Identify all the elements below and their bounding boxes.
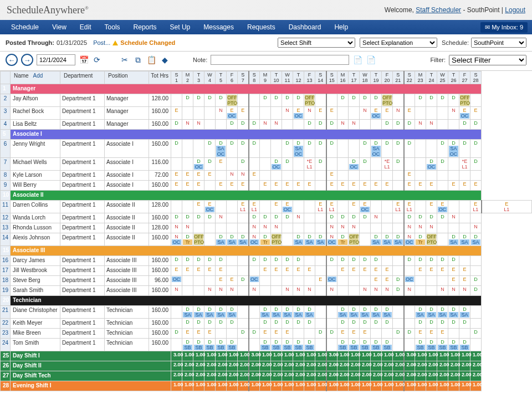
- shift-count-cell[interactable]: 2.00: [349, 361, 360, 371]
- schedule-cell[interactable]: N: [382, 286, 393, 296]
- schedule-cell[interactable]: D: [349, 213, 360, 223]
- employee-row[interactable]: 4Lisa BeltzDepartment 1Manager160.00DNND…: [1, 120, 532, 130]
- shift-count-cell[interactable]: 2.00: [371, 361, 382, 371]
- schedule-cell[interactable]: D: [360, 213, 371, 223]
- shift-count-cell[interactable]: 1.00: [404, 381, 415, 391]
- schedule-cell[interactable]: [315, 213, 326, 223]
- schedule-cell[interactable]: [404, 339, 415, 351]
- schedule-cell[interactable]: N: [360, 107, 371, 120]
- shift-count-cell[interactable]: 1.00: [249, 381, 260, 391]
- schedule-cell[interactable]: [349, 107, 360, 120]
- schedule-cell[interactable]: D: [470, 286, 482, 296]
- schedule-cell[interactable]: [249, 181, 260, 191]
- schedule-cell[interactable]: D: [293, 256, 304, 266]
- schedule-cell[interactable]: D: [437, 213, 448, 223]
- schedule-cell[interactable]: [393, 266, 404, 276]
- schedule-cell[interactable]: [360, 233, 371, 246]
- schedule-cell[interactable]: D: [171, 120, 182, 130]
- shift-count-cell[interactable]: 1.00: [437, 381, 448, 391]
- schedule-cell[interactable]: [404, 319, 415, 329]
- schedule-cell[interactable]: [204, 181, 216, 191]
- schedule-cell[interactable]: EOC: [227, 107, 238, 120]
- schedule-cell[interactable]: [382, 201, 393, 213]
- schedule-cell[interactable]: OC: [326, 276, 337, 286]
- filter-select[interactable]: Select Filter: [449, 55, 526, 65]
- shift-count-cell[interactable]: 2.00: [371, 371, 382, 381]
- schedule-cell[interactable]: D: [271, 94, 282, 107]
- day-header[interactable]: W18: [360, 71, 371, 84]
- shift-count-cell[interactable]: 2.00: [171, 371, 182, 381]
- schedule-cell[interactable]: [393, 213, 404, 223]
- employee-name[interactable]: Rhonda Lusson: [11, 223, 60, 233]
- schedule-cell[interactable]: OFFPTO: [304, 94, 315, 107]
- schedule-cell[interactable]: E: [382, 107, 393, 120]
- schedule-cell[interactable]: D: [216, 94, 227, 107]
- shift-count-cell[interactable]: 1.00: [470, 381, 482, 391]
- schedule-cell[interactable]: N: [404, 223, 415, 233]
- schedule-cell[interactable]: [249, 158, 260, 171]
- schedule-cell[interactable]: DSB: [349, 339, 360, 351]
- employee-name[interactable]: Darcy James: [11, 256, 60, 266]
- schedule-cell[interactable]: OC: [171, 276, 182, 286]
- schedule-cell[interactable]: D: [470, 140, 482, 158]
- schedule-cell[interactable]: [238, 306, 249, 319]
- schedule-cell[interactable]: [271, 286, 282, 296]
- schedule-cell[interactable]: D: [204, 319, 216, 329]
- schedule-cell[interactable]: [260, 140, 271, 158]
- employee-row[interactable]: 11Darren CollinsDepartment 1Associate II…: [1, 201, 532, 213]
- schedule-cell[interactable]: N: [304, 286, 315, 296]
- schedule-cell[interactable]: [315, 286, 326, 296]
- schedule-cell[interactable]: D: [382, 319, 393, 329]
- schedule-cell[interactable]: N: [227, 171, 238, 181]
- schedule-cell[interactable]: [282, 276, 293, 286]
- schedule-cell[interactable]: [249, 319, 260, 329]
- schedule-cell[interactable]: E: [382, 276, 393, 286]
- schedule-cell[interactable]: D: [360, 94, 371, 107]
- day-header[interactable]: S7: [238, 71, 249, 84]
- schedule-cell[interactable]: EOC: [360, 201, 371, 213]
- schedule-cell[interactable]: [293, 276, 304, 286]
- schedule-cell[interactable]: D: [193, 319, 204, 329]
- schedule-cell[interactable]: D: [182, 213, 193, 223]
- schedule-cell[interactable]: [371, 223, 382, 233]
- schedule-cell[interactable]: DSB: [216, 339, 227, 351]
- shift-count-cell[interactable]: 1.00: [204, 381, 216, 391]
- schedule-cell[interactable]: DTr: [182, 233, 193, 246]
- schedule-cell[interactable]: [238, 256, 249, 266]
- day-header[interactable]: S15: [326, 71, 337, 84]
- schedule-cell[interactable]: [459, 256, 470, 266]
- shift-count-cell[interactable]: 2.00: [260, 371, 271, 381]
- schedule-cell[interactable]: E: [182, 181, 193, 191]
- employee-row[interactable]: 12Wanda LorchDepartment 1Associate II160…: [1, 213, 532, 223]
- schedule-cell[interactable]: D: [426, 256, 437, 266]
- schedule-cell[interactable]: [393, 256, 404, 266]
- shift-count-cell[interactable]: 2.00: [360, 371, 371, 381]
- shift-count-cell[interactable]: 2.00: [337, 371, 349, 381]
- schedule-cell[interactable]: DSB: [382, 339, 393, 351]
- shift-count-cell[interactable]: 1.00: [326, 381, 337, 391]
- employee-name[interactable]: Darren Collins: [11, 201, 60, 213]
- schedule-cell[interactable]: OFFPTO: [271, 233, 282, 246]
- schedule-cell[interactable]: [227, 213, 238, 223]
- shift-count-cell[interactable]: 2.00: [415, 361, 426, 371]
- schedule-cell[interactable]: DSA: [260, 306, 271, 319]
- shift-count-cell[interactable]: 2.00: [382, 371, 393, 381]
- schedule-cell[interactable]: [204, 276, 216, 286]
- shift-count-cell[interactable]: 1.00: [271, 351, 282, 361]
- schedule-cell[interactable]: D: [182, 319, 193, 329]
- schedule-cell[interactable]: EOC: [282, 201, 293, 213]
- shift-count-cell[interactable]: 1.00: [293, 351, 304, 361]
- schedule-cell[interactable]: D: [204, 158, 216, 171]
- schedule-cell[interactable]: N: [448, 286, 459, 296]
- schedule-cell[interactable]: EOC: [204, 201, 216, 213]
- shift-count-cell[interactable]: 2.00: [293, 361, 304, 371]
- schedule-cell[interactable]: D: [349, 94, 360, 107]
- schedule-cell[interactable]: DSA: [382, 233, 393, 246]
- shift-count-cell[interactable]: 2.00: [193, 371, 204, 381]
- schedule-cell[interactable]: [182, 201, 193, 213]
- shift-count-cell[interactable]: 2.00: [171, 361, 182, 371]
- employee-row[interactable]: 22Keith MeyerDepartment 1Technician160.0…: [1, 319, 532, 329]
- day-header[interactable]: W11: [282, 71, 293, 84]
- schedule-cell[interactable]: D: [437, 158, 448, 171]
- schedule-cell[interactable]: DSA: [227, 233, 238, 246]
